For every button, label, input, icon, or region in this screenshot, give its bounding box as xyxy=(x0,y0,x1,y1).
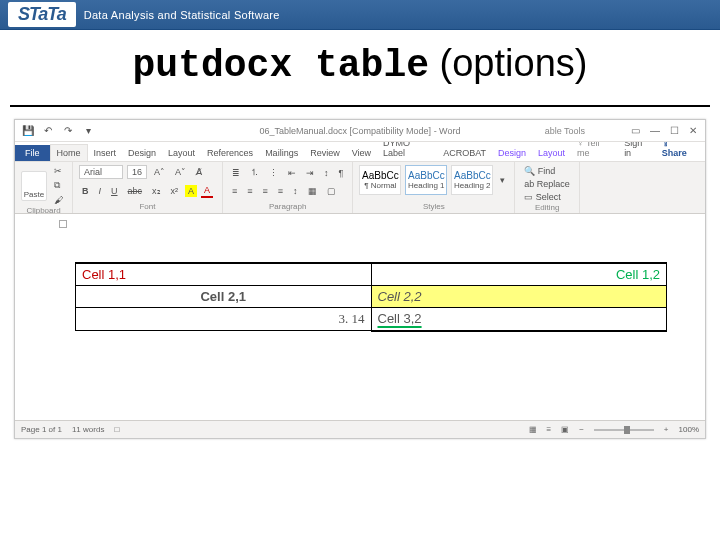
tab-insert[interactable]: Insert xyxy=(88,145,123,161)
styles-more-icon[interactable]: ▾ xyxy=(497,174,508,186)
grow-font-icon[interactable]: A˄ xyxy=(151,166,168,178)
tab-review[interactable]: Review xyxy=(304,145,346,161)
group-styles: AaBbCc ¶ Normal AaBbCc Heading 1 AaBbCc … xyxy=(353,162,515,213)
replace-button[interactable]: ab Replace xyxy=(521,178,573,190)
cell-2-2[interactable]: Cell 2,2 xyxy=(371,286,667,308)
indent-left-icon[interactable]: ⇤ xyxy=(285,167,299,179)
zoom-in-button[interactable]: + xyxy=(664,425,669,434)
justify-icon[interactable]: ≡ xyxy=(275,185,286,197)
zoom-level[interactable]: 100% xyxy=(679,425,699,434)
qat-more-icon[interactable]: ▾ xyxy=(81,124,95,138)
group-clipboard: Paste ✂ ⧉ 🖌 Clipboard xyxy=(15,162,73,213)
style-heading2[interactable]: AaBbCc Heading 2 xyxy=(451,165,493,195)
group-font: Arial 16 A˄ A˅ A̸ B I U abc x₂ x² A A Fo… xyxy=(73,162,223,213)
tab-references[interactable]: References xyxy=(201,145,259,161)
maximize-icon[interactable]: ☐ xyxy=(670,125,679,136)
table-row[interactable]: Cell 1,1 Cell 1,2 xyxy=(76,263,667,286)
find-button[interactable]: 🔍 Find xyxy=(521,165,573,177)
indent-right-icon[interactable]: ⇥ xyxy=(303,167,317,179)
bold-button[interactable]: B xyxy=(79,185,92,197)
zoom-slider[interactable] xyxy=(594,429,654,431)
slide-title: putdocx table (options) xyxy=(10,30,710,107)
zoom-out-button[interactable]: − xyxy=(579,425,584,434)
multilevel-icon[interactable]: ⋮ xyxy=(266,167,281,179)
page-indicator[interactable]: Page 1 of 1 xyxy=(21,425,62,434)
cell-2-1[interactable]: Cell 2,1 xyxy=(76,286,372,308)
stata-logo: STaTa xyxy=(8,2,76,27)
underline-button[interactable]: U xyxy=(108,185,121,197)
align-left-icon[interactable]: ≡ xyxy=(229,185,240,197)
sort-icon[interactable]: ↕ xyxy=(321,167,332,179)
read-mode-icon[interactable]: ▦ xyxy=(529,425,537,434)
word-titlebar: 💾 ↶ ↷ ▾ 06_TableManual.docx [Compatibili… xyxy=(15,120,705,142)
language-indicator[interactable]: □ xyxy=(114,425,119,434)
redo-icon[interactable]: ↷ xyxy=(61,124,75,138)
ribbon: Paste ✂ ⧉ 🖌 Clipboard Arial 16 A˄ A˅ A̸ … xyxy=(15,162,705,214)
page: Cell 1,1 Cell 1,2 Cell 2,1 Cell 2,2 3. 1… xyxy=(75,262,667,332)
status-bar: Page 1 of 1 11 words □ ▦ ≡ ▣ − + 100% xyxy=(15,420,705,438)
font-color-button[interactable]: A xyxy=(201,184,213,198)
document-name: 06_TableManual.docx [Compatibility Mode]… xyxy=(260,126,461,136)
cell-1-2[interactable]: Cell 1,2 xyxy=(371,263,667,286)
cut-icon[interactable]: ✂ xyxy=(51,165,66,177)
tab-table-layout[interactable]: Layout xyxy=(532,145,571,161)
show-marks-icon[interactable]: ¶ xyxy=(336,167,347,179)
subscript-button[interactable]: x₂ xyxy=(149,185,164,197)
shrink-font-icon[interactable]: A˅ xyxy=(172,166,189,178)
tab-acrobat[interactable]: ACROBAT xyxy=(437,145,492,161)
web-layout-icon[interactable]: ▣ xyxy=(561,425,569,434)
ruler-marker-icon xyxy=(59,220,67,228)
context-tab-label: able Tools xyxy=(545,126,585,136)
align-center-icon[interactable]: ≡ xyxy=(244,185,255,197)
format-painter-icon[interactable]: 🖌 xyxy=(51,194,66,206)
bullets-icon[interactable]: ≣ xyxy=(229,167,243,179)
strike-button[interactable]: abc xyxy=(125,185,146,197)
font-name-input[interactable]: Arial xyxy=(79,165,123,179)
ribbon-tabs: File Home Insert Design Layout Reference… xyxy=(15,142,705,162)
tab-view[interactable]: View xyxy=(346,145,377,161)
ribbon-options-icon[interactable]: ▭ xyxy=(631,125,640,136)
tab-file[interactable]: File xyxy=(15,145,50,161)
word-window: 💾 ↶ ↷ ▾ 06_TableManual.docx [Compatibili… xyxy=(14,119,706,439)
align-right-icon[interactable]: ≡ xyxy=(260,185,271,197)
tab-table-design[interactable]: Design xyxy=(492,145,532,161)
numbering-icon[interactable]: ⒈ xyxy=(247,165,262,180)
style-normal[interactable]: AaBbCc ¶ Normal xyxy=(359,165,401,195)
style-heading1[interactable]: AaBbCc Heading 1 xyxy=(405,165,447,195)
group-label-font: Font xyxy=(79,202,216,211)
italic-button[interactable]: I xyxy=(96,185,105,197)
tab-home[interactable]: Home xyxy=(50,144,88,161)
minimize-icon[interactable]: — xyxy=(650,125,660,136)
close-icon[interactable]: ✕ xyxy=(689,125,697,136)
borders-icon[interactable]: ▢ xyxy=(324,185,339,197)
select-button[interactable]: ▭ Select xyxy=(521,191,573,203)
stata-banner: STaTa Data Analysis and Statistical Soft… xyxy=(0,0,720,30)
table-row[interactable]: Cell 2,1 Cell 2,2 xyxy=(76,286,667,308)
tab-layout[interactable]: Layout xyxy=(162,145,201,161)
cell-3-2[interactable]: Cell 3,2 xyxy=(371,308,667,331)
doc-table[interactable]: Cell 1,1 Cell 1,2 Cell 2,1 Cell 2,2 3. 1… xyxy=(75,262,667,332)
paste-button[interactable]: Paste xyxy=(21,171,47,201)
quick-access-toolbar: 💾 ↶ ↷ ▾ xyxy=(15,124,101,138)
save-icon[interactable]: 💾 xyxy=(21,124,35,138)
clear-format-icon[interactable]: A̸ xyxy=(193,166,205,178)
group-label-paragraph: Paragraph xyxy=(229,202,346,211)
undo-icon[interactable]: ↶ xyxy=(41,124,55,138)
cell-1-1[interactable]: Cell 1,1 xyxy=(76,263,372,286)
line-spacing-icon[interactable]: ↕ xyxy=(290,185,301,197)
slide-title-command: putdocx table xyxy=(133,44,429,87)
tab-design[interactable]: Design xyxy=(122,145,162,161)
copy-icon[interactable]: ⧉ xyxy=(51,179,66,192)
tab-mailings[interactable]: Mailings xyxy=(259,145,304,161)
superscript-button[interactable]: x² xyxy=(168,185,182,197)
group-paragraph: ≣ ⒈ ⋮ ⇤ ⇥ ↕ ¶ ≡ ≡ ≡ ≡ ↕ ▦ ▢ Paragraph xyxy=(223,162,353,213)
font-size-input[interactable]: 16 xyxy=(127,165,147,179)
slide-title-options: (options) xyxy=(429,42,587,84)
cell-3-1[interactable]: 3. 14 xyxy=(76,308,372,331)
print-layout-icon[interactable]: ≡ xyxy=(547,425,552,434)
document-area[interactable]: Cell 1,1 Cell 1,2 Cell 2,1 Cell 2,2 3. 1… xyxy=(15,214,705,420)
shading-icon[interactable]: ▦ xyxy=(305,185,320,197)
table-row[interactable]: 3. 14 Cell 3,2 xyxy=(76,308,667,331)
highlight-button[interactable]: A xyxy=(185,185,197,197)
word-count[interactable]: 11 words xyxy=(72,425,104,434)
